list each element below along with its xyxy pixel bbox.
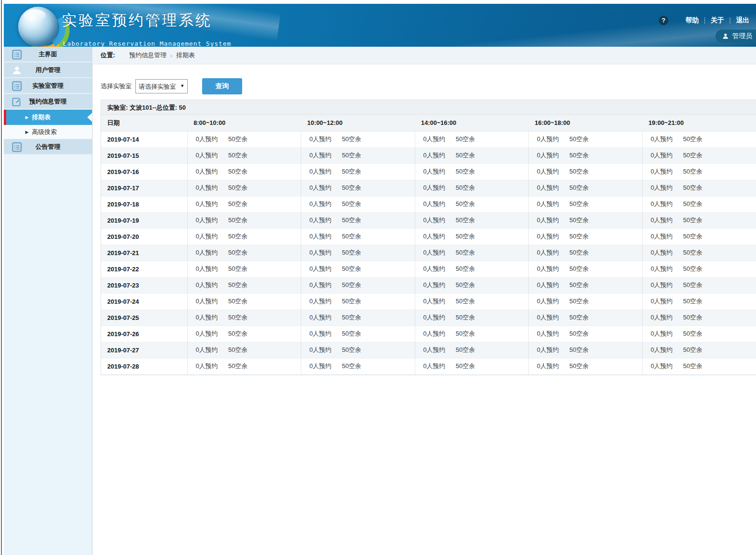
free-count: 50空余 [228, 265, 247, 272]
reserved-count: 0人预约 [423, 362, 445, 370]
table-row: 2019-07-180人预约50空余0人预约50空余0人预约50空余0人预约50… [101, 196, 756, 212]
sidebar-item-4[interactable]: 公告管理 [4, 139, 92, 155]
slot-cell: 0人预约50空余 [642, 212, 756, 228]
slot-cell: 0人预约50空余 [415, 131, 529, 147]
reserved-count: 0人预约 [537, 233, 559, 240]
app-subtitle: Laboratory Reservation Management System [63, 40, 231, 47]
current-user-badge[interactable]: 管理员 [715, 30, 756, 43]
lab-select[interactable]: 请选择实验室 [135, 79, 188, 93]
help-icon[interactable]: ? [659, 16, 668, 25]
reserved-count: 0人预约 [309, 152, 331, 159]
free-count: 50空余 [456, 200, 475, 207]
reserved-count: 0人预约 [651, 265, 673, 272]
free-count: 50空余 [456, 249, 475, 256]
slot-cell: 0人预约50空余 [415, 245, 529, 261]
slot-cell: 0人预约50空余 [187, 245, 301, 261]
reserved-count: 0人预约 [537, 298, 559, 305]
slot-cell: 0人预约50空余 [642, 196, 756, 212]
reserved-count: 0人预约 [309, 330, 331, 337]
reserved-count: 0人预约 [196, 168, 218, 175]
date-cell: 2019-07-19 [101, 212, 187, 228]
help-link[interactable]: 帮助 [685, 16, 699, 25]
table-row: 2019-07-210人预约50空余0人预约50空余0人预约50空余0人预约50… [101, 245, 756, 261]
date-cell: 2019-07-17 [101, 180, 187, 196]
reserved-count: 0人预约 [537, 200, 559, 207]
free-count: 50空余 [683, 184, 702, 191]
breadcrumb: 位置: 预约信息管理 › 排期表 [93, 47, 756, 64]
slot-cell: 0人预约50空余 [529, 212, 643, 228]
slot-cell: 0人预约50空余 [187, 147, 301, 164]
date-cell: 2019-07-20 [101, 228, 187, 245]
reserved-count: 0人预约 [651, 168, 673, 175]
main-content: 选择实验室 请选择实验室 ▼ 查询 实验室: 文波101--总位置: 50 日期… [93, 64, 756, 555]
logout-link[interactable]: 退出 [736, 16, 749, 25]
free-count: 50空余 [342, 265, 361, 272]
slot-cell: 0人预约50空余 [529, 147, 643, 164]
sidebar-item-1[interactable]: 用户管理 [4, 62, 92, 78]
sidebar-item-0[interactable]: 主界面 [4, 47, 92, 62]
free-count: 50空余 [342, 314, 361, 321]
breadcrumb-item-current[interactable]: 排期表 [176, 51, 195, 60]
reserved-count: 0人预约 [423, 314, 445, 321]
free-count: 50空余 [683, 233, 702, 240]
free-count: 50空余 [570, 314, 589, 321]
sidebar-subitem-3-0[interactable]: ▶排期表 [4, 110, 92, 125]
slot-cell: 0人预约50空余 [529, 326, 643, 342]
slot-cell: 0人预约50空余 [415, 309, 529, 326]
free-count: 50空余 [342, 184, 361, 191]
slot-cell: 0人预约50空余 [642, 164, 756, 180]
reserved-count: 0人预约 [309, 216, 331, 224]
slot-cell: 0人预约50空余 [415, 180, 529, 196]
reserved-count: 0人预约 [423, 184, 445, 191]
slot-cell: 0人预约50空余 [415, 212, 529, 228]
reserved-count: 0人预约 [537, 135, 559, 143]
date-cell: 2019-07-15 [101, 147, 187, 164]
reserved-count: 0人预约 [196, 265, 218, 272]
reserved-count: 0人预约 [309, 346, 331, 353]
date-cell: 2019-07-28 [101, 358, 187, 374]
breadcrumb-item-parent[interactable]: 预约信息管理 [129, 51, 166, 60]
reserved-count: 0人预约 [309, 281, 331, 288]
date-cell: 2019-07-25 [101, 309, 187, 326]
reserved-count: 0人预约 [196, 330, 218, 337]
table-row: 2019-07-270人预约50空余0人预约50空余0人预约50空余0人预约50… [101, 342, 756, 358]
slot-cell: 0人预约50空余 [529, 309, 643, 326]
reserved-count: 0人预约 [423, 330, 445, 337]
reserved-count: 0人预约 [651, 184, 673, 191]
table-row: 2019-07-190人预约50空余0人预约50空余0人预约50空余0人预约50… [101, 212, 756, 228]
free-count: 50空余 [228, 168, 247, 175]
reserved-count: 0人预约 [651, 216, 673, 224]
slot-cell: 0人预约50空余 [642, 245, 756, 261]
reserved-count: 0人预约 [309, 135, 331, 143]
sidebar-item-2[interactable]: 实验室管理 [4, 78, 92, 94]
slot-cell: 0人预约50空余 [642, 147, 756, 164]
reserved-count: 0人预约 [651, 281, 673, 288]
reserved-count: 0人预约 [196, 233, 218, 240]
slot-cell: 0人预约50空余 [415, 293, 529, 309]
lab-select-label: 选择实验室 [101, 82, 132, 91]
slot-cell: 0人预约50空余 [415, 277, 529, 293]
sidebar-item-3[interactable]: 预约信息管理 [4, 94, 92, 110]
table-row: 2019-07-220人预约50空余0人预约50空余0人预约50空余0人预约50… [101, 261, 756, 277]
slot-cell: 0人预约50空余 [301, 261, 415, 277]
slot-cell: 0人预约50空余 [187, 261, 301, 277]
reserved-count: 0人预约 [423, 152, 445, 159]
reserved-count: 0人预约 [423, 249, 445, 256]
query-button[interactable]: 查询 [202, 78, 242, 94]
slot-cell: 0人预约50空余 [187, 326, 301, 342]
reserved-count: 0人预约 [537, 362, 559, 370]
slot-cell: 0人预约50空余 [642, 261, 756, 277]
reserved-count: 0人预约 [651, 249, 673, 256]
free-count: 50空余 [228, 249, 247, 256]
slot-cell: 0人预约50空余 [642, 228, 756, 245]
slot-cell: 0人预约50空余 [301, 164, 415, 180]
table-row: 2019-07-150人预约50空余0人预约50空余0人预约50空余0人预约50… [101, 147, 756, 164]
reserved-count: 0人预约 [537, 216, 559, 224]
free-count: 50空余 [570, 362, 589, 370]
sidebar-subitem-3-1[interactable]: ▶高级搜索 [4, 125, 92, 139]
table-row: 2019-07-250人预约50空余0人预约50空余0人预约50空余0人预约50… [101, 309, 756, 326]
filter-bar: 选择实验室 请选择实验室 ▼ 查询 [101, 78, 756, 94]
breadcrumb-label: 位置: [101, 51, 115, 60]
about-link[interactable]: 关于 [711, 16, 724, 25]
free-count: 50空余 [683, 200, 702, 207]
